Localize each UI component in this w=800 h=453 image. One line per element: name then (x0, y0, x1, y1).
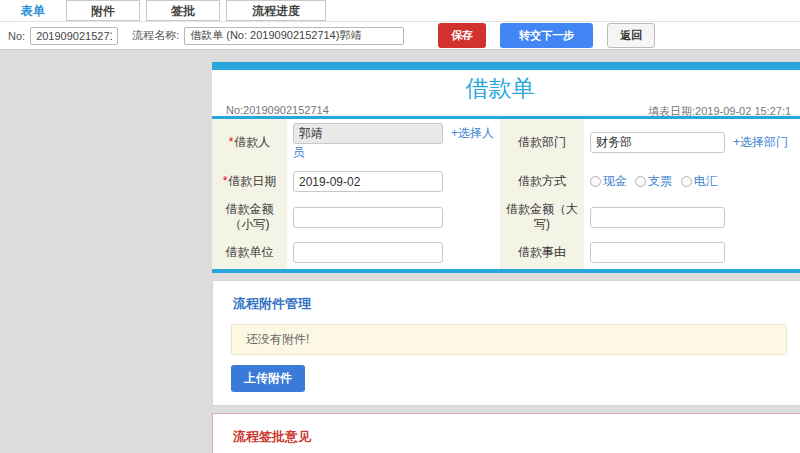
loan-unit-input[interactable] (293, 242, 443, 263)
borrower-input[interactable] (293, 123, 443, 144)
table-row: 借款单位 借款事由 (212, 236, 800, 269)
no-attachments-notice: 还没有附件! (231, 324, 787, 355)
amount-upper-input[interactable] (590, 207, 725, 228)
form-fill-date: 填表日期:2019-09-02 15:27:1 (648, 104, 791, 119)
radio-cash-label[interactable]: 现金 (603, 173, 627, 190)
attachments-heading: 流程附件管理 (233, 295, 800, 313)
radio-wire-label[interactable]: 电汇 (694, 173, 718, 190)
department-input[interactable] (590, 132, 725, 153)
select-department-link[interactable]: +选择部门 (733, 135, 788, 149)
borrower-field-cell: +选择人员 (287, 119, 500, 165)
borrower-label: 借款人 (234, 135, 270, 149)
form-meta-row: No:20190902152714 填表日期:2019-09-02 15:27:… (212, 104, 800, 119)
loan-method-label-cell: 借款方式 (500, 165, 584, 198)
panel-bottom-bar (212, 269, 800, 273)
process-name-input[interactable] (184, 27, 404, 45)
department-field-cell: +选择部门 (584, 119, 800, 165)
loan-date-label: 借款日期 (228, 174, 276, 188)
save-button[interactable]: 保存 (438, 23, 486, 48)
loan-form-table: *借款人 +选择人员 借款部门 +选择部门 *借款日期 (212, 119, 800, 269)
radio-check[interactable]: 支票 (635, 173, 672, 190)
required-mark: * (223, 174, 228, 188)
loan-method-label: 借款方式 (518, 174, 566, 188)
amount-lower-label-cell: 借款金额（小写) (212, 198, 287, 236)
loan-unit-label-cell: 借款单位 (212, 236, 287, 269)
no-label: No: (8, 30, 25, 42)
loan-unit-field-cell (287, 236, 500, 269)
amount-upper-label-cell: 借款金额（大写) (500, 198, 584, 236)
attachments-panel: 流程附件管理 还没有附件! 上传附件 (212, 280, 800, 406)
header: 表单 附件 签批 流程进度 No: 流程名称: 保存 转交下一步 返回 (0, 0, 800, 50)
action-toolbar: No: 流程名称: 保存 转交下一步 返回 (0, 22, 800, 50)
radio-wire[interactable]: 电汇 (681, 173, 718, 190)
tab-approval[interactable]: 签批 (146, 0, 220, 21)
panel-top-bar (212, 62, 800, 70)
approval-panel: 流程签批意见 B I abc (212, 413, 800, 453)
loan-reason-input[interactable] (590, 242, 725, 263)
required-mark: * (229, 135, 234, 149)
next-step-button[interactable]: 转交下一步 (500, 23, 593, 48)
tab-attachments[interactable]: 附件 (66, 0, 140, 21)
radio-circle-icon[interactable] (590, 176, 601, 187)
approval-heading: 流程签批意见 (233, 428, 800, 446)
amount-lower-input[interactable] (293, 207, 443, 228)
table-row: 借款金额（小写) 借款金额（大写) (212, 198, 800, 236)
amount-upper-label: 借款金额（大写) (506, 202, 578, 231)
loan-date-field-cell (287, 165, 500, 198)
amount-upper-field-cell (584, 198, 800, 236)
radio-circle-icon[interactable] (635, 176, 646, 187)
amount-lower-field-cell (287, 198, 500, 236)
table-row: *借款日期 借款方式 现金 支票 电汇 (212, 165, 800, 198)
form-number: No:20190902152714 (226, 104, 329, 116)
loan-form-panel: 借款单 No:20190902152714 填表日期:2019-09-02 15… (212, 62, 800, 273)
loan-date-label-cell: *借款日期 (212, 165, 287, 198)
page-title: 借款单 (212, 70, 788, 104)
department-label-cell: 借款部门 (500, 119, 584, 165)
tab-progress[interactable]: 流程进度 (226, 0, 326, 21)
no-input[interactable] (30, 27, 118, 45)
tab-bar: 表单 附件 签批 流程进度 (0, 0, 800, 22)
tab-form[interactable]: 表单 (11, 0, 55, 21)
loan-method-field-cell: 现金 支票 电汇 (584, 165, 800, 198)
radio-check-label[interactable]: 支票 (648, 173, 672, 190)
radio-cash[interactable]: 现金 (590, 173, 627, 190)
amount-lower-label: 借款金额（小写) (226, 202, 274, 231)
process-name-label: 流程名称: (132, 28, 179, 43)
upload-attachment-button[interactable]: 上传附件 (231, 365, 305, 392)
borrower-label-cell: *借款人 (212, 119, 287, 165)
radio-circle-icon[interactable] (681, 176, 692, 187)
department-label: 借款部门 (518, 135, 566, 149)
table-row: *借款人 +选择人员 借款部门 +选择部门 (212, 119, 800, 165)
back-button[interactable]: 返回 (607, 23, 655, 48)
loan-reason-label-cell: 借款事由 (500, 236, 584, 269)
loan-reason-label: 借款事由 (518, 245, 566, 259)
loan-reason-field-cell (584, 236, 800, 269)
loan-date-input[interactable] (293, 171, 443, 192)
loan-unit-label: 借款单位 (226, 245, 274, 259)
content-area: 借款单 No:20190902152714 填表日期:2019-09-02 15… (212, 62, 800, 453)
